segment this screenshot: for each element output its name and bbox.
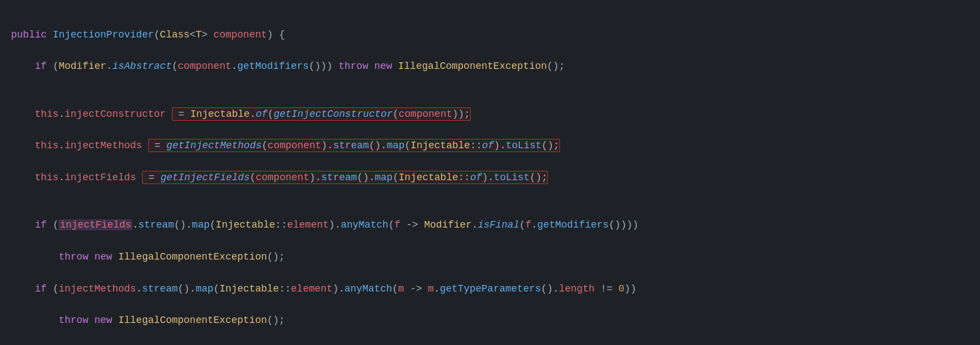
line-9: throw new IllegalComponentException(); (11, 249, 969, 265)
line-5: this.injectMethods = getInjectMethods(co… (11, 138, 969, 154)
code-editor: public InjectionProvider(Class<T> compon… (11, 11, 969, 345)
line-8: if (injectFields.stream().map(Injectable… (11, 217, 969, 233)
line-4: this.injectConstructor = Injectable.of(g… (11, 106, 969, 122)
line-6: this.injectFields = getInjectFields(comp… (11, 170, 969, 186)
line-2: if (Modifier.isAbstract(component.getMod… (11, 58, 969, 74)
line-11: throw new IllegalComponentException(); (11, 312, 969, 328)
line-10: if (injectMethods.stream().map(Injectabl… (11, 281, 969, 297)
line-1: public InjectionProvider(Class<T> compon… (11, 27, 969, 43)
